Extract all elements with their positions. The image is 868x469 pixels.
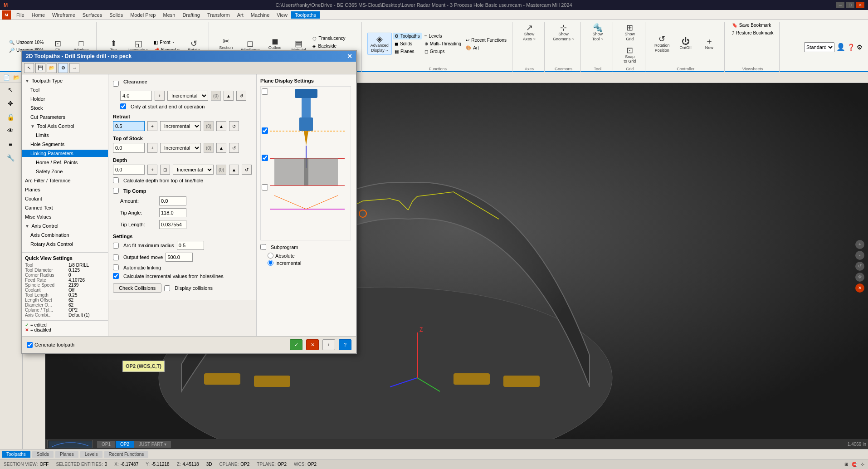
menu-machine[interactable]: Machine <box>247 11 273 19</box>
tip-length-input[interactable] <box>159 220 186 229</box>
check-collisions-btn[interactable]: Check Collisions <box>113 283 161 293</box>
tree-safety-zone[interactable]: Safety Zone <box>22 167 108 176</box>
dialog-tool-settings[interactable]: ⚙ <box>58 63 68 73</box>
clearance-checkbox[interactable] <box>113 81 119 87</box>
menu-model-prep[interactable]: Model Prep <box>127 11 159 19</box>
tree-tool[interactable]: Tool <box>22 85 108 94</box>
tree-toolpath-type[interactable]: ▼ Toolpath Type <box>22 76 108 85</box>
layer-icon[interactable]: ≡ <box>0 137 21 151</box>
tab-planes[interactable]: Planes <box>55 451 78 458</box>
top-reset-btn[interactable]: ↺ <box>229 143 239 153</box>
show-tool-btn[interactable]: 🔩 ShowTool ~ <box>586 22 609 44</box>
menu-toolpaths[interactable]: Toolpaths <box>291 11 320 19</box>
only-at-start-checkbox[interactable] <box>120 103 126 109</box>
snap-grid-btn[interactable]: ⊡ Snapto Grid <box>619 44 641 66</box>
tree-linking-params[interactable]: Linking Parameters <box>22 149 108 158</box>
tree-tool-axis[interactable]: ▼ Tool Axis Control <box>22 122 108 131</box>
show-grid-btn[interactable]: ⊞ ShowGrid <box>619 22 641 44</box>
calc-depth-checkbox[interactable] <box>113 177 119 183</box>
dialog-close-btn[interactable]: ✕ <box>347 53 352 60</box>
translucency-btn[interactable]: ◌ Translucency <box>311 35 357 42</box>
depth-type-select[interactable]: Incremental Absolute <box>173 165 214 175</box>
generate-toolpath-checkbox[interactable] <box>27 342 33 348</box>
tree-hole-segments[interactable]: Hole Segments <box>22 140 108 149</box>
plane-cb-2[interactable] <box>262 127 268 134</box>
tree-arc-filter[interactable]: Arc Filter / Tolerance <box>22 176 108 185</box>
calc-incremental-checkbox[interactable] <box>113 273 119 279</box>
just-part-tab[interactable]: JUST PART ▾ <box>134 441 171 448</box>
output-feed-input[interactable] <box>166 253 193 262</box>
display-collisions-checkbox[interactable] <box>164 285 170 291</box>
clearance-plus-btn[interactable]: + <box>155 91 165 101</box>
standard-select[interactable]: Standard <box>804 42 834 52</box>
dialog-tool-select[interactable]: ↖ <box>24 63 34 73</box>
front-btn[interactable]: ◧ Front ~ <box>152 39 181 46</box>
retract-input[interactable] <box>113 121 145 131</box>
tree-axis-control[interactable]: ▼ Axis Control <box>22 221 108 230</box>
auto-linking-checkbox[interactable] <box>113 264 119 270</box>
menu-surfaces[interactable]: Surfaces <box>79 11 106 19</box>
op1-tab[interactable]: OP1 <box>97 441 115 448</box>
recent-functions-btn[interactable]: ↩ Recent Functions <box>464 37 508 44</box>
tip-comp-checkbox[interactable] <box>113 188 119 194</box>
delete-vp-btn[interactable]: ✕ <box>855 283 864 293</box>
amount-input[interactable] <box>159 196 186 205</box>
toolpaths-display-btn[interactable]: ⚙ Toolpaths <box>393 33 422 39</box>
top-of-stock-input[interactable] <box>113 143 145 153</box>
close-window-btn[interactable]: ✕ <box>856 2 864 8</box>
solids-display-btn[interactable]: ◼ Solids <box>393 40 422 47</box>
top-type-select[interactable]: Incremental Absolute <box>160 143 201 153</box>
op2-tab[interactable]: OP2 <box>116 441 134 448</box>
menu-transform[interactable]: Transform <box>204 11 234 19</box>
tab-solids[interactable]: Solids <box>32 451 54 458</box>
move-icon[interactable]: ✥ <box>0 97 21 110</box>
arc-fit-input[interactable] <box>177 241 204 250</box>
menu-mesh[interactable]: Mesh <box>159 11 179 19</box>
top-plus-btn[interactable]: + <box>147 143 157 153</box>
tree-misc-values[interactable]: Misc Values <box>22 212 108 221</box>
plane-cb-4[interactable] <box>262 184 268 191</box>
rotation-position-btn[interactable]: ↺ RotationPosition <box>651 33 673 55</box>
new-controller-btn[interactable]: ＋ New <box>698 35 721 52</box>
levels-display-btn[interactable]: ≡ Levels <box>423 33 463 39</box>
menu-art[interactable]: Art <box>234 11 247 19</box>
tree-home-ref[interactable]: Home / Ref. Points <box>22 158 108 167</box>
clearance-reset-btn[interactable]: ↺ <box>236 91 246 101</box>
art-btn[interactable]: 🎨 Art <box>464 44 508 51</box>
multithreading-btn[interactable]: ⊕ Multi-Threading <box>423 40 463 47</box>
dialog-tool-arrow[interactable]: → <box>69 63 79 73</box>
retract-up-btn[interactable]: ▲ <box>216 121 226 131</box>
tip-angle-input[interactable] <box>159 208 186 217</box>
plane-cb-3[interactable] <box>262 155 268 161</box>
depth-input[interactable] <box>113 165 145 175</box>
clearance-up-btn[interactable]: ▲ <box>224 91 234 101</box>
incremental-radio[interactable] <box>268 260 273 266</box>
tree-cut-params[interactable]: Cut Parameters <box>22 112 108 122</box>
tab-recent-functions[interactable]: Recent Functions <box>104 451 149 458</box>
subprogram-checkbox[interactable] <box>260 244 266 250</box>
dialog-tool-folder[interactable]: 📂 <box>47 63 57 73</box>
tool-left-icon[interactable]: 🔧 <box>0 151 21 165</box>
retract-type-select[interactable]: Incremental Absolute <box>160 121 201 131</box>
clearance-input[interactable] <box>120 91 152 101</box>
pan-vp-btn[interactable]: ✥ <box>855 273 864 282</box>
menu-view[interactable]: View <box>273 11 291 19</box>
depth-extra-btn[interactable]: ⊡ <box>160 165 170 175</box>
backside-btn[interactable]: ◈ Backside <box>311 43 357 49</box>
tree-axis-combination[interactable]: Axis Combination <box>22 230 108 239</box>
tree-coolant[interactable]: Coolant <box>22 194 108 203</box>
maximize-btn[interactable]: □ <box>846 2 854 8</box>
menu-home[interactable]: Home <box>28 11 49 19</box>
tree-holder[interactable]: Holder <box>22 94 108 103</box>
unzoom-10-btn[interactable]: 🔍 Unzoom 10% <box>7 39 45 46</box>
dialog-tool-save[interactable]: 💾 <box>35 63 45 73</box>
tree-canned-text[interactable]: Canned Text <box>22 203 108 212</box>
tree-planes[interactable]: Planes <box>22 185 108 194</box>
orbit-vp-btn[interactable]: ↺ <box>855 262 864 271</box>
retract-plus-btn[interactable]: + <box>147 121 157 131</box>
menu-solids[interactable]: Solids <box>106 11 127 19</box>
cancel-btn[interactable]: ✕ <box>306 339 319 350</box>
zoom-out-vp-btn[interactable]: - <box>855 251 864 260</box>
depth-reset-btn[interactable]: ↺ <box>242 165 252 175</box>
clearance-type-select[interactable]: Incremental Absolute <box>167 91 208 101</box>
